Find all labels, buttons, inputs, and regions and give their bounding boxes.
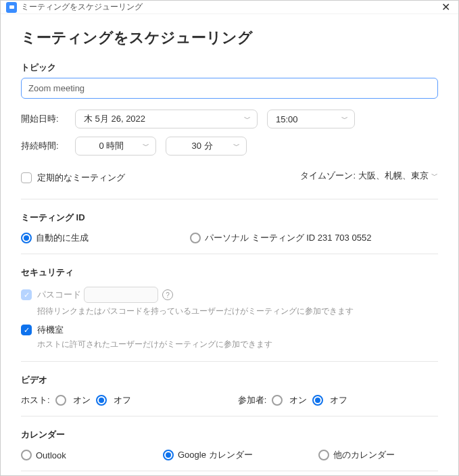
participant-video-on-label: オン: [289, 394, 307, 406]
video-host-label: ホスト:: [21, 394, 50, 406]
topic-label: トピック: [21, 62, 438, 74]
waiting-room-desc: ホストに許可されたユーザーだけがミーティングに参加できます: [37, 339, 438, 350]
meeting-id-heading: ミーティング ID: [21, 212, 438, 224]
host-video-off-label: オフ: [114, 394, 131, 406]
divider: [21, 254, 438, 254]
chevron-down-icon: ﹀: [143, 141, 149, 151]
topic-input[interactable]: [21, 78, 438, 99]
recurring-label: 定期的なミーティング: [37, 172, 125, 184]
security-heading: セキュリティ: [21, 266, 438, 279]
meeting-id-auto-radio[interactable]: [21, 233, 32, 243]
chevron-down-icon: ﹀: [341, 114, 348, 124]
calendar-google-label: Google カレンダー: [178, 449, 253, 461]
host-video-on-radio[interactable]: [55, 395, 66, 406]
divider: [21, 199, 438, 199]
meeting-id-personal-label: パーソナル ミーティング ID 231 703 0552: [205, 232, 371, 244]
host-video-on-label: オン: [73, 394, 91, 406]
timezone-value: 大阪、札幌、東京: [358, 170, 429, 182]
waiting-room-checkbox[interactable]: [21, 325, 32, 335]
recurring-checkbox[interactable]: [21, 172, 32, 183]
start-date-label: 開始日時:: [21, 113, 75, 125]
meeting-id-auto-label: 自動的に生成: [36, 232, 89, 244]
passcode-checkbox[interactable]: [21, 289, 32, 300]
page-title: ミーティングをスケジューリング: [21, 28, 438, 48]
divider: [21, 416, 438, 416]
close-icon[interactable]: ✕: [439, 1, 453, 14]
duration-label: 持続時間:: [21, 140, 75, 152]
passcode-input[interactable]: [84, 287, 158, 303]
calendar-other-label: 他のカレンダー: [333, 449, 395, 461]
start-time-value: 15:00: [276, 114, 298, 124]
start-date-select[interactable]: 木 5月 26, 2022 ﹀: [75, 110, 258, 128]
duration-hours-value: 0 時間: [99, 140, 124, 152]
zoom-app-icon: [6, 2, 17, 13]
passcode-label: パスコード: [37, 289, 81, 301]
host-video-off-radio[interactable]: [96, 395, 107, 406]
calendar-google-radio[interactable]: [163, 450, 174, 460]
divider: [21, 361, 438, 362]
waiting-room-label: 待機室: [37, 324, 64, 336]
video-participant-label: 参加者:: [238, 394, 267, 406]
chevron-down-icon: ﹀: [233, 141, 240, 151]
participant-video-off-label: オフ: [330, 394, 347, 406]
video-heading: ビデオ: [21, 374, 438, 386]
divider: [21, 471, 438, 471]
calendar-heading: カレンダー: [21, 429, 438, 441]
calendar-outlook-label: Outlook: [36, 450, 66, 460]
timezone-prefix: タイムゾーン:: [300, 170, 356, 182]
calendar-outlook-radio[interactable]: [21, 450, 32, 460]
calendar-other-radio[interactable]: [318, 450, 329, 460]
help-icon[interactable]: ?: [162, 289, 173, 300]
start-date-value: 木 5月 26, 2022: [84, 113, 145, 125]
duration-minutes-value: 30 分: [191, 140, 212, 152]
duration-minutes-select[interactable]: 30 分 ﹀: [166, 137, 247, 156]
chevron-down-icon: ﹀: [431, 171, 438, 181]
meeting-id-personal-radio[interactable]: [190, 233, 201, 243]
window-title: ミーティングをスケジューリング: [21, 1, 143, 13]
titlebar: ミーティングをスケジューリング ✕: [1, 1, 458, 14]
participant-video-on-radio[interactable]: [272, 395, 283, 406]
chevron-down-icon: ﹀: [244, 114, 251, 124]
start-time-select[interactable]: 15:00 ﹀: [267, 110, 355, 128]
passcode-desc: 招待リンクまたはパスコードを持っているユーザーだけがミーティングに参加できます: [37, 306, 438, 317]
timezone-link[interactable]: タイムゾーン: 大阪、札幌、東京 ﹀: [300, 170, 438, 182]
participant-video-off-radio[interactable]: [312, 395, 323, 406]
duration-hours-select[interactable]: 0 時間 ﹀: [75, 137, 156, 156]
